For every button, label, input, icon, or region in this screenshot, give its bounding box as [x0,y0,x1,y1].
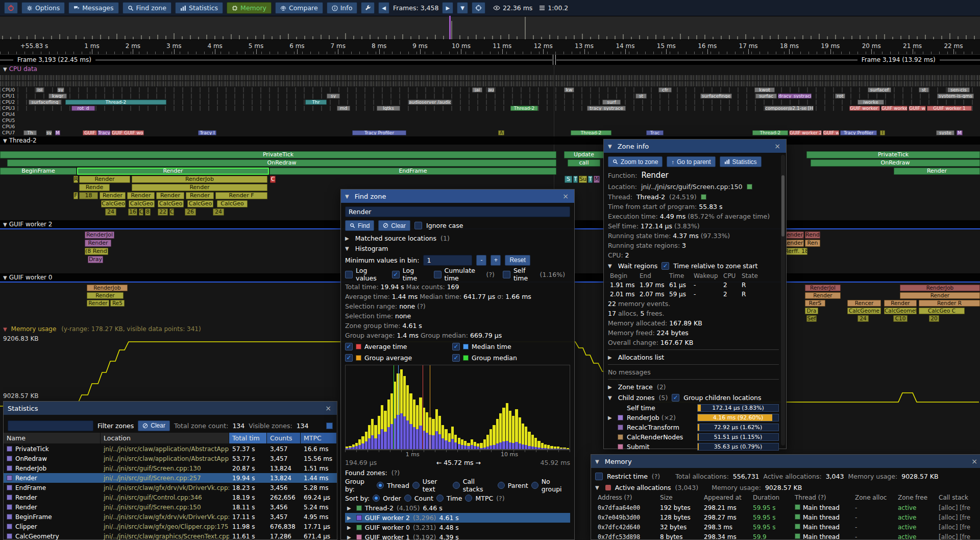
cpu-zone[interactable]: kwot [754,87,775,92]
median-time-checkbox[interactable] [452,343,460,350]
cpu-zone[interactable]: rot [835,93,845,99]
zone-Sef[interactable]: Sef [806,315,817,322]
limit-to-view-toggle[interactable] [326,422,333,429]
cpu-zone[interactable]: surfac [755,93,777,99]
cpu-zone[interactable]: audioserver /audio [408,100,451,105]
thread-radio[interactable] [377,482,384,489]
cpu-zone[interactable]: Tracy [97,130,111,135]
frames-row[interactable]: Frame 3,193 (22.45 ms) Frame 3,194 (13.9… [0,55,980,65]
cpu-zone[interactable]: GUIF worker 1 [927,106,972,111]
zone-RenderJob[interactable]: RenderJob [132,176,267,183]
table-row[interactable]: Renderjni/../jni/src/guif/Screen.cpp:257… [4,473,337,483]
compare-button[interactable]: Compare [275,2,323,14]
zone-24[interactable]: 24 [857,315,869,322]
cumulate-time-checkbox[interactable] [434,271,442,278]
cpu-zone[interactable]: surfacefinge [700,93,732,99]
zone-22[interactable]: 22 [158,208,168,216]
zone-OnRedraw[interactable]: OnRedraw [7,159,556,167]
time-ruler[interactable]: +55.83 s1 ms2 ms3 ms4 ms5 ms6 ms7 ms8 ms… [0,40,980,55]
statistics-button-zone[interactable]: Statistics [720,156,762,167]
cpu-zone[interactable]: kw [564,87,574,92]
memory-titlebar[interactable]: ▼ Memory × [591,455,980,468]
zone-Render[interactable]: Render [127,192,155,199]
zone-Ren[interactable]: Ren [805,240,820,247]
active-allocations-section[interactable]: ▼ Active allocations (3,043) Memory usag… [595,482,979,493]
order-radio[interactable] [373,495,380,502]
zone-Render[interactable]: Render [85,240,111,247]
clear-filter-button[interactable]: Clear [138,420,170,431]
cpu-zone[interactable]: Thread-2 [510,106,538,111]
zone-S[interactable]: S [565,176,572,183]
alloc-column-thread[interactable]: Thread (?) [792,493,852,503]
ignore-case-checkbox[interactable] [414,222,422,229]
count-radio[interactable] [404,495,411,502]
zone-Render F[interactable]: Render F [215,192,267,199]
cpu-zone[interactable]: jai [472,87,482,92]
zone-Render[interactable]: Render [894,168,980,175]
zone-M[interactable]: M [594,176,600,183]
find-button[interactable]: Find [345,220,374,231]
column-header-counts[interactable]: Counts [267,433,301,443]
cpu-zone[interactable]: Tracy Profiler [352,130,406,135]
child-zone-row[interactable]: Submit35.63 µs (0.79%) [608,442,779,452]
cpu-zone[interactable]: GUIF worker 2 [789,130,822,135]
zone-CalcGeo[interactable]: CalcGeo [101,200,126,207]
zone-RenderJol[interactable]: RenderJol [805,285,841,291]
find-zone-titlebar[interactable]: ▼ Find zone × [341,190,574,203]
alloc-column-size[interactable]: Size [657,493,701,503]
cpu-zone[interactable]: sy [57,87,64,92]
alloc-address[interactable]: 0x7dfc42d640 [595,523,657,532]
cpu-zone[interactable]: kwgr [48,93,67,99]
alloc-address[interactable]: 0x7dfaa64e00 [595,503,657,513]
find-zone-button[interactable]: Find zone [122,2,172,14]
zone-Re5[interactable]: Re5 [110,300,125,307]
help-icon[interactable]: (?) [391,469,400,477]
zone-C[interactable]: C [169,208,174,216]
column-header-name[interactable]: Name [4,433,101,443]
zone-F[interactable]: F [74,192,78,199]
zone-26[interactable]: 26 [185,208,196,216]
table-row[interactable]: Renderjni/../jni/src/guif/Control.cpp:34… [4,492,337,502]
cpu-zone[interactable]: syste [936,130,954,135]
cpu-zone[interactable]: lgtks [377,106,400,111]
cpu-zone[interactable]: tracy_systrace [587,106,626,111]
zone-CalcGeomet[interactable]: CalcGeomet [884,308,917,314]
zone-Dray[interactable]: Dray [88,256,103,263]
time-radio[interactable] [436,495,444,502]
zone-RenderJob[interactable]: RenderJob [87,285,128,291]
child-zone-row[interactable]: CalcRenderNodes51.51 µs (1.15%) [608,432,779,442]
table-row[interactable]: RenderJobjni/../jni/src/guif/Screen.cpp:… [4,463,337,473]
frame-3194[interactable]: Frame 3,194 (13.92 ms) [556,55,980,65]
zone-trace-row[interactable]: ▶ Zone trace (2) [608,382,779,392]
zone-(8 Rend 9[interactable]: (8 Rend 9 [85,248,108,255]
allocations-list-row[interactable]: ▶ Allocations list [608,352,779,362]
zone-Render[interactable]: Render [805,292,841,299]
zone-CalcGeo[interactable]: CalcGeo [129,200,155,207]
alloc-column-address[interactable]: Address (?) [595,493,657,503]
cpu-data-header[interactable]: ▼CPU data [3,65,37,73]
statistics-button[interactable]: Statistics [175,2,223,14]
frame-dropdown-button[interactable]: ▼ [457,2,468,14]
clear-button[interactable]: Clear [378,220,410,231]
zone-Render[interactable]: Render [100,192,126,199]
frame-3193[interactable]: Frame 3,193 (22.45 ms) [0,55,552,65]
next-frame-button[interactable]: ▶ [442,2,453,14]
zone-20[interactable]: 20 [929,315,939,322]
prev-frame-button[interactable]: ◀ [378,2,389,14]
average-time-checkbox[interactable] [345,343,353,350]
zone-C[interactable]: C [139,208,143,216]
zone-PrivateTick[interactable]: PrivateTick [0,151,556,158]
memory-usage-header[interactable]: ▼ Memory usage (y-range: 178.27 KB, visi… [3,325,201,333]
child-zone-row[interactable]: Self time172.14 µs (3.83%) [608,403,779,413]
alloc-call-stack[interactable]: [alloc] [fre [936,532,979,540]
column-header-mtpc[interactable]: MTPC [301,433,337,443]
zone-16[interactable]: 16 [128,208,137,216]
child-zone-row[interactable]: ▶RenderJob (×2)4.16 ms (92.60%) [608,413,779,422]
alloc-call-stack[interactable]: [alloc] [fre [936,513,979,523]
group-average-checkbox[interactable] [345,354,353,362]
min-bin-input[interactable]: 1 [423,255,472,266]
column-header-total-tim[interactable]: Total tim [229,433,267,443]
zone-Render[interactable]: Render [156,192,184,199]
alloc-column-call-stack[interactable]: Call stack [936,493,979,503]
cpu-zone[interactable]: md [337,106,350,111]
